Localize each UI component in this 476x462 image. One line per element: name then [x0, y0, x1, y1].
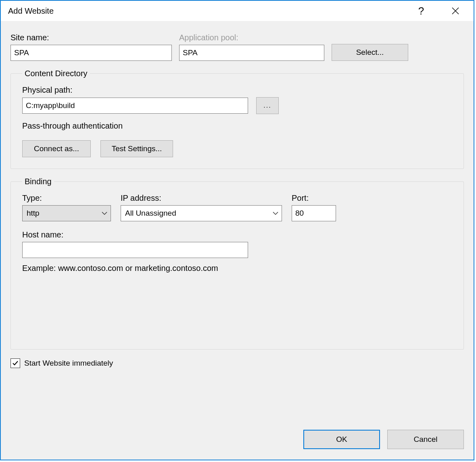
checkmark-icon [12, 360, 19, 366]
binding-legend: Binding [22, 177, 54, 186]
test-settings-button[interactable]: Test Settings... [100, 140, 173, 157]
ellipsis-icon: ... [263, 102, 271, 109]
start-immediately-checkbox[interactable] [10, 358, 20, 368]
binding-group: Binding Type: http IP address: All Unass… [10, 177, 464, 350]
close-button[interactable] [437, 1, 474, 21]
dialog-content: Site name: Application pool: Select... C… [1, 21, 474, 460]
chevron-down-icon [273, 211, 278, 215]
binding-type-select[interactable]: http [22, 205, 111, 221]
browse-path-button[interactable]: ... [256, 97, 279, 114]
chevron-down-icon [102, 211, 107, 215]
binding-host-label: Host name: [22, 230, 452, 239]
dialog-footer: OK Cancel [303, 430, 464, 449]
site-row: Site name: Application pool: Select... [10, 33, 464, 61]
binding-type-value: http [27, 209, 40, 218]
start-immediately-row[interactable]: Start Website immediately [10, 358, 464, 368]
physical-path-input[interactable] [22, 98, 248, 114]
help-button[interactable]: ? [405, 1, 437, 21]
content-directory-legend: Content Directory [22, 69, 90, 78]
content-directory-group: Content Directory Physical path: ... Pas… [10, 69, 464, 169]
dialog-add-website: Add Website ? Site name: Application poo… [0, 0, 474, 460]
site-name-label: Site name: [10, 33, 172, 42]
binding-ip-select[interactable]: All Unassigned [121, 205, 282, 221]
binding-type-label: Type: [22, 194, 111, 203]
ok-button[interactable]: OK [303, 430, 380, 449]
binding-port-label: Port: [292, 194, 336, 203]
cancel-button[interactable]: Cancel [387, 430, 464, 449]
help-icon: ? [418, 5, 424, 17]
binding-host-input[interactable] [22, 242, 248, 258]
site-name-input[interactable] [10, 45, 172, 61]
connect-as-button[interactable]: Connect as... [22, 140, 91, 157]
binding-ip-value: All Unassigned [125, 209, 176, 218]
binding-example-text: Example: www.contoso.com or marketing.co… [22, 264, 452, 273]
app-pool-input [179, 45, 324, 61]
close-icon [451, 7, 459, 15]
passthrough-auth-label: Pass-through authentication [22, 121, 452, 131]
app-pool-label: Application pool: [179, 33, 324, 42]
select-app-pool-button[interactable]: Select... [332, 44, 408, 61]
physical-path-label: Physical path: [22, 85, 452, 95]
start-immediately-label: Start Website immediately [24, 359, 113, 368]
binding-ip-label: IP address: [121, 194, 282, 203]
binding-port-input[interactable] [292, 205, 336, 221]
dialog-title: Add Website [8, 6, 405, 16]
titlebar: Add Website ? [1, 1, 474, 21]
